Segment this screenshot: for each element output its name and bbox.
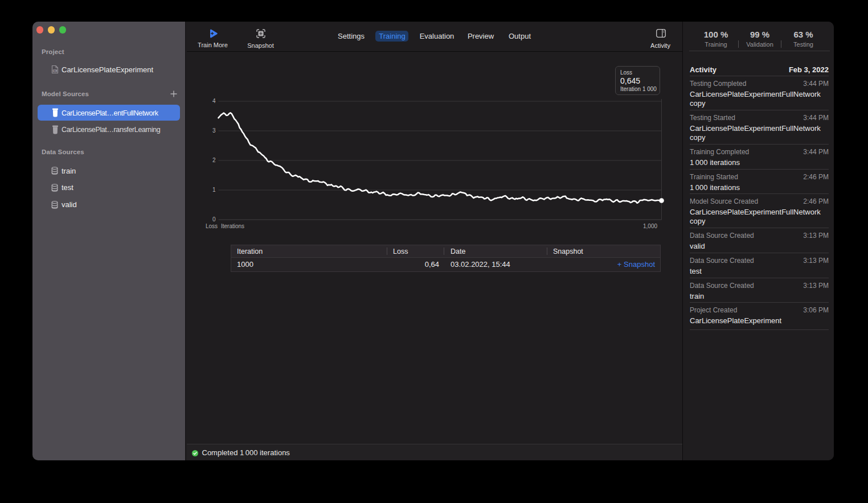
svg-text:ML: ML	[53, 69, 56, 72]
